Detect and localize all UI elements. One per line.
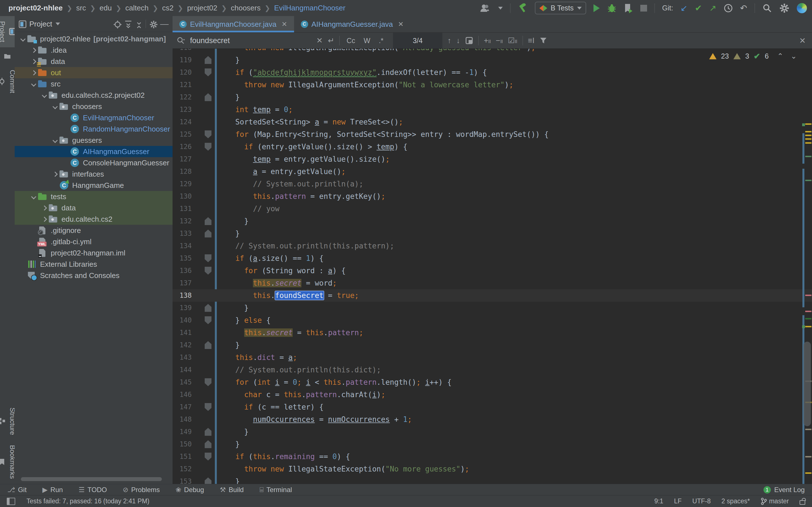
git-update-icon[interactable]: ↙ (680, 4, 688, 12)
chevron-down-icon[interactable] (51, 105, 59, 108)
fold-marker-icon[interactable] (205, 428, 211, 436)
filter-icon[interactable] (540, 37, 547, 44)
collapse-all-icon[interactable] (135, 20, 142, 27)
fold-marker-icon[interactable] (205, 230, 211, 237)
indent-setting[interactable]: 2 spaces* (721, 497, 750, 505)
chevron-down-icon[interactable] (51, 138, 59, 142)
tool-window-button-git[interactable]: ⎇Git (7, 486, 27, 494)
history-clock-icon[interactable] (724, 4, 733, 13)
whole-words-toggle[interactable]: W (362, 37, 372, 45)
editor-scrollbar-thumb[interactable] (804, 342, 811, 426)
fold-marker-icon[interactable] (205, 477, 211, 484)
fold-marker-icon[interactable] (205, 453, 211, 460)
chevron-right-icon[interactable] (29, 48, 38, 52)
coverage-button[interactable] (624, 3, 633, 13)
fold-marker-icon[interactable] (205, 255, 211, 262)
caret-position[interactable]: 9:1 (654, 497, 663, 505)
tree-row[interactable]: RandomHangmanChooser (15, 123, 172, 135)
tree-row[interactable]: edu.caltech.cs2 (15, 214, 172, 225)
fold-marker-icon[interactable] (205, 267, 211, 275)
remove-selection-icon[interactable]: −ₗₗ (496, 36, 503, 45)
settings-gear-icon[interactable] (779, 3, 790, 13)
tool-window-button-run[interactable]: ▶Run (42, 486, 63, 494)
chevron-down-icon[interactable] (29, 82, 38, 86)
editor-tab[interactable]: EvilHangmanChooser.java✕ (172, 16, 294, 33)
regex-toggle[interactable]: .* (377, 37, 385, 45)
tree-row[interactable]: YML.gitlab-ci.yml (15, 236, 172, 247)
breadcrumb-item[interactable]: caltech (125, 4, 149, 12)
previous-match-icon[interactable]: ↑ (448, 36, 451, 45)
stop-button[interactable] (640, 5, 647, 11)
git-push-icon[interactable]: ↗ (709, 4, 716, 12)
tree-row[interactable]: src (15, 78, 172, 90)
project-panel-title[interactable]: Project (29, 20, 52, 29)
code-with-me-avatar[interactable] (797, 3, 807, 13)
fold-marker-icon[interactable] (205, 341, 211, 349)
tree-row[interactable]: External Libraries (15, 259, 172, 270)
fold-marker-icon[interactable] (205, 440, 211, 448)
tree-row[interactable]: Scratches and Consoles (15, 270, 172, 281)
chevron-down-icon[interactable] (29, 195, 38, 199)
tool-window-button-debug[interactable]: ❀Debug (175, 486, 204, 494)
fold-marker-icon[interactable] (205, 316, 211, 324)
fold-marker-icon[interactable] (205, 304, 211, 312)
tree-row[interactable]: choosers (15, 101, 172, 112)
breadcrumb-item[interactable]: EvilHangmanChooser (274, 4, 345, 12)
tool-stripe-project[interactable]: Project (0, 16, 16, 47)
newline-icon[interactable]: ↵ (328, 36, 335, 45)
fold-marker-icon[interactable] (205, 217, 211, 225)
fold-marker-icon[interactable] (205, 143, 211, 151)
tree-row[interactable]: project02-hangman.iml (15, 247, 172, 259)
tree-row[interactable]: interfaces (15, 168, 172, 180)
chevron-down-icon[interactable] (56, 22, 60, 25)
status-message[interactable]: Tests failed: 7, passed: 16 (today 2:41 … (27, 497, 149, 505)
fold-marker-icon[interactable] (205, 93, 211, 101)
prev-problem-icon[interactable]: ⌃ (777, 52, 783, 61)
tree-row[interactable]: guessers (15, 135, 172, 146)
tool-stripe-folder[interactable] (4, 47, 11, 65)
tree-row[interactable]: project02-nhlee[project02-hangman] (15, 33, 172, 45)
open-in-find-window-icon[interactable] (465, 37, 473, 45)
breadcrumb-item[interactable]: project02-nhlee (8, 4, 63, 12)
search-everywhere-icon[interactable] (762, 3, 772, 13)
breadcrumb-item[interactable]: edu (100, 4, 112, 12)
tool-window-button-terminal[interactable]: ⌸Terminal (259, 486, 292, 494)
fold-marker-icon[interactable] (205, 130, 211, 138)
users-icon[interactable] (479, 4, 491, 12)
fold-marker-icon[interactable] (205, 378, 211, 386)
next-match-icon[interactable]: ↓ (456, 36, 460, 45)
build-hammer-icon[interactable] (518, 3, 527, 13)
close-tab-icon[interactable]: ✕ (396, 20, 404, 28)
tree-row[interactable]: out (15, 67, 172, 78)
editor-tab[interactable]: AIHangmanGuesser.java✕ (294, 16, 410, 33)
next-problem-icon[interactable]: ⌄ (791, 52, 797, 61)
close-find-bar-icon[interactable]: ✕ (799, 36, 806, 45)
line-ending[interactable]: LF (674, 497, 682, 505)
breadcrumb-item[interactable]: project02 (187, 4, 217, 12)
run-button[interactable] (594, 4, 600, 12)
breadcrumb-item[interactable]: src (76, 4, 86, 12)
tool-window-button-problems[interactable]: ⊘Problems (123, 486, 160, 494)
expand-all-icon[interactable] (124, 20, 132, 27)
tool-stripe-bookmarks[interactable]: Bookmarks (0, 440, 16, 484)
panel-settings-gear-icon[interactable] (149, 20, 157, 27)
clear-search-icon[interactable]: ✕ (316, 36, 323, 45)
git-branch-widget[interactable]: master (761, 497, 789, 505)
chevron-down-icon[interactable] (18, 37, 27, 41)
tree-row[interactable]: ConsoleHangmanGuesser (15, 157, 172, 168)
locate-file-icon[interactable] (113, 20, 121, 27)
git-commit-check-icon[interactable]: ✔ (695, 4, 702, 12)
tree-row[interactable]: HangmanGame (15, 180, 172, 191)
run-configuration-select[interactable]: B Tests (535, 2, 586, 14)
tree-row[interactable]: EvilHangmanChooser (15, 112, 172, 123)
preserve-case-icon[interactable]: ≡I (528, 36, 535, 45)
tool-window-button-build[interactable]: ⚒Build (220, 486, 244, 494)
chevron-right-icon[interactable] (29, 71, 38, 75)
event-log-widget[interactable]: 1Event Log (763, 486, 805, 494)
tool-window-button-todo[interactable]: ☰TODO (79, 486, 107, 494)
debug-button[interactable] (607, 3, 617, 13)
hide-panel-icon[interactable]: — (160, 19, 168, 29)
search-input[interactable]: foundsecret (190, 36, 311, 45)
chevron-right-icon[interactable] (29, 60, 38, 63)
tree-row[interactable]: edu.caltech.cs2.project02 (15, 90, 172, 101)
